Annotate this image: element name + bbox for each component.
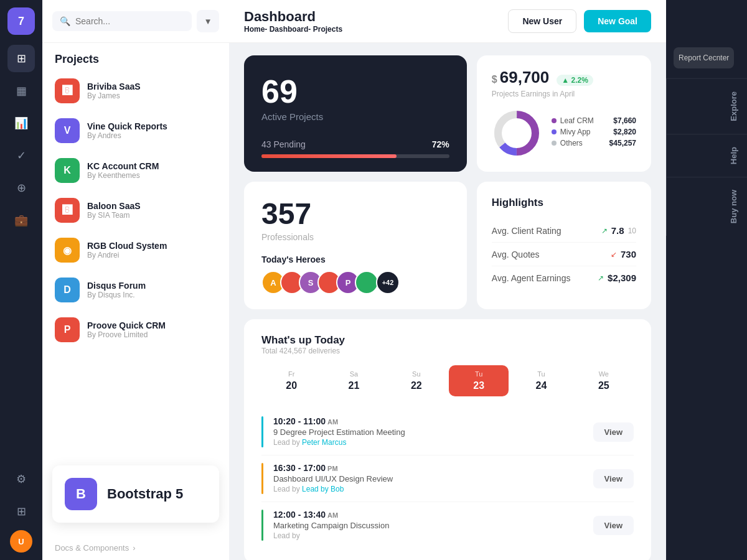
project-name: Disqus Forum [87, 281, 217, 291]
pending-label: 43 Pending [261, 139, 306, 149]
calendar-day[interactable]: Tu23 [449, 365, 509, 396]
right-tab[interactable]: Explore [667, 78, 747, 134]
filter-button[interactable]: ▼ [197, 10, 219, 32]
calendar-day[interactable]: Su22 [387, 365, 446, 396]
bootstrap-label: Bootstrap 5 [107, 486, 183, 502]
event-time: 16:30 - 17:00PM [273, 463, 583, 473]
event-bar [261, 463, 263, 494]
project-item-briviba[interactable]: 🅱 Briviba SaaS By James [42, 71, 229, 111]
avatars-more: +42 [376, 271, 400, 294]
legend-amount: $7,660 [613, 116, 636, 125]
project-info: Proove Quick CRM By Proove Limited [87, 320, 217, 339]
highlight-arrow: ↙ [611, 250, 617, 259]
project-item-rgb[interactable]: ◉ RGB Cloud System By Andrei [42, 230, 229, 270]
project-item-kc[interactable]: K KC Account CRM By Keenthemes [42, 151, 229, 190]
bootstrap-logo: B [65, 478, 97, 510]
event-lead: Lead by [273, 531, 583, 540]
right-tab[interactable]: Help [667, 134, 747, 177]
search-input[interactable] [75, 16, 184, 26]
card-professionals: 357 Professionals Today's Heroes ASP+42 [244, 182, 467, 309]
project-info: KC Account CRM By Keenthemes [87, 161, 217, 180]
highlight-value-wrap: ↗ 7.8 10 [601, 225, 636, 236]
project-icon: P [55, 317, 80, 342]
event-info: 10:20 - 11:00AM 9 Degree Project Estimat… [273, 416, 583, 447]
legend-dot [552, 118, 557, 123]
event-lead-link[interactable]: Lead by Bob [302, 485, 344, 493]
calendar-day[interactable]: Tu24 [511, 365, 571, 396]
highlight-value-wrap: ↗ $2,309 [598, 273, 636, 283]
project-name: Proove Quick CRM [87, 320, 217, 330]
event-view-button[interactable]: View [593, 422, 634, 442]
event-lead-link[interactable]: Peter Marcus [302, 438, 346, 447]
event-bar [261, 416, 263, 447]
nav-icon-chart[interactable]: 📊 [7, 110, 35, 137]
right-tab[interactable]: Buy now [667, 177, 747, 236]
heroes-label: Today's Heroes [261, 254, 449, 264]
progress-fill [261, 154, 397, 158]
legend-amount: $2,820 [613, 128, 636, 136]
project-name: Vine Quick Reports [87, 121, 217, 131]
event-item: 10:20 - 11:00AM 9 Degree Project Estimat… [261, 409, 634, 455]
project-icon: 🅱 [55, 198, 80, 223]
nav-avatar[interactable]: 7 [7, 7, 35, 35]
sidebar-title: Projects [42, 43, 229, 71]
professionals-number: 357 [261, 197, 449, 231]
nav-icon-dashboard[interactable]: ⊞ [7, 45, 35, 72]
highlight-value-wrap: ↙ 730 [611, 249, 636, 259]
project-item-disqus[interactable]: D Disqus Forum By Disqus Inc. [42, 270, 229, 310]
event-info: 16:30 - 17:00PM Dashboard UI/UX Design R… [273, 463, 583, 494]
nav-icon-briefcase[interactable]: 💼 [7, 207, 35, 234]
bootstrap-overlay[interactable]: B Bootstrap 5 [52, 465, 219, 523]
project-item-proove[interactable]: P Proove Quick CRM By Proove Limited [42, 310, 229, 350]
project-icon: V [55, 118, 80, 143]
earnings-label: Projects Earnings in April [492, 90, 636, 98]
project-info: Baloon SaaS By SIA Team [87, 201, 217, 220]
avatars-row: ASP+42 [261, 271, 449, 294]
nav-icon-settings[interactable]: ⚙ [7, 465, 35, 493]
active-projects-number: 69 [261, 73, 449, 110]
nav-icon-check[interactable]: ✓ [7, 142, 35, 169]
highlight-sub: 10 [628, 226, 636, 235]
event-view-button[interactable]: View [593, 469, 634, 488]
highlights-rows: Avg. Client Rating ↗ 7.8 10 Avg. Quotes … [492, 219, 636, 289]
project-item-baloon[interactable]: 🅱 Baloon SaaS By SIA Team [42, 190, 229, 230]
highlight-arrow: ↗ [601, 226, 608, 235]
legend-name: Leaf CRM [560, 116, 609, 125]
search-icon: 🔍 [60, 16, 70, 26]
project-by: By Disqus Inc. [87, 291, 217, 299]
events-list: 10:20 - 11:00AM 9 Degree Project Estimat… [261, 409, 634, 548]
nav-icon-layers[interactable]: ⊕ [7, 174, 35, 202]
sidebar-docs-link[interactable]: Docs & Components › [42, 536, 229, 560]
search-input-wrap[interactable]: 🔍 [52, 11, 192, 31]
calendar-day[interactable]: Sa21 [324, 365, 383, 396]
highlight-value: 7.8 [611, 225, 624, 236]
project-name: Baloon SaaS [87, 201, 217, 211]
new-goal-button[interactable]: New Goal [584, 10, 651, 32]
event-view-button[interactable]: View [593, 516, 634, 535]
legend-item: Leaf CRM $7,660 [552, 116, 636, 125]
nav-icon-grid2[interactable]: ⊞ [7, 498, 35, 525]
project-item-vine[interactable]: V Vine Quick Reports By Andres [42, 111, 229, 151]
project-by: By James [87, 91, 217, 100]
legend-item: Others $45,257 [552, 139, 636, 147]
legend-dot [552, 129, 557, 134]
main-center: Dashboard Home- Dashboard- Projects New … [229, 0, 666, 560]
highlight-row: Avg. Agent Earnings ↗ $2,309 [492, 266, 636, 289]
calendar-day[interactable]: Fr20 [261, 365, 321, 396]
calendar-row[interactable]: Fr20Sa21Su22Tu23Tu24We25 [261, 365, 634, 396]
highlight-row: Avg. Client Rating ↗ 7.8 10 [492, 219, 636, 243]
event-name: Marketing Campaign Discussion [273, 521, 583, 530]
project-by: By Andres [87, 131, 217, 140]
event-name: 9 Degree Project Estimation Meeting [273, 427, 583, 437]
event-item: 12:00 - 13:40AM Marketing Campaign Discu… [261, 502, 634, 548]
nav-icon-grid[interactable]: ▦ [7, 77, 35, 105]
today-sub: Total 424,567 deliveries [261, 347, 634, 355]
report-center-button[interactable]: Report Cecnter [674, 47, 734, 68]
new-user-button[interactable]: New User [508, 9, 576, 33]
project-info: Briviba SaaS By James [87, 82, 217, 100]
earnings-dollar: $ [492, 74, 497, 85]
project-icon: K [55, 158, 80, 183]
header: Dashboard Home- Dashboard- Projects New … [229, 0, 666, 43]
calendar-day[interactable]: We25 [574, 365, 634, 396]
user-avatar[interactable]: U [10, 530, 32, 553]
